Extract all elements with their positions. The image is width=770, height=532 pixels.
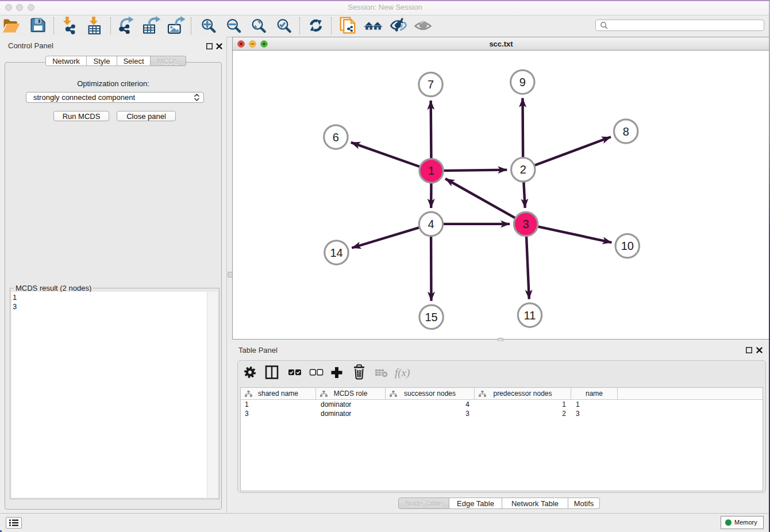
svg-text:3: 3 bbox=[523, 218, 529, 230]
svg-text:15: 15 bbox=[425, 311, 437, 323]
svg-text:2: 2 bbox=[520, 163, 526, 176]
svg-text:10: 10 bbox=[621, 240, 634, 252]
svg-text:1: 1 bbox=[428, 164, 434, 177]
svg-text:14: 14 bbox=[330, 246, 342, 259]
svg-text:f(x): f(x) bbox=[395, 367, 410, 379]
svg-text:11: 11 bbox=[524, 309, 536, 322]
svg-text:8: 8 bbox=[623, 125, 629, 138]
svg-text:7: 7 bbox=[428, 78, 434, 91]
svg-text:6: 6 bbox=[333, 131, 339, 144]
svg-text:4: 4 bbox=[428, 218, 434, 230]
svg-text:9: 9 bbox=[519, 76, 526, 88]
